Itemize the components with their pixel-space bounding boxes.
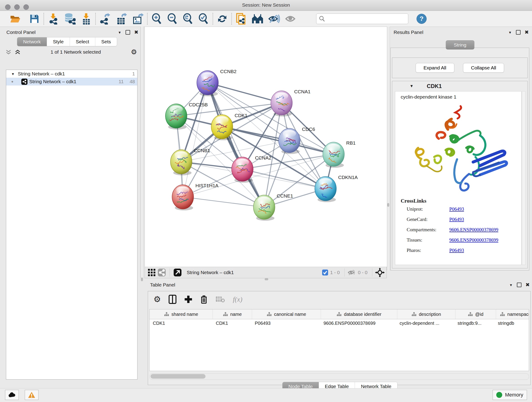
show-all-button[interactable]	[285, 13, 297, 25]
network-overview-icon[interactable]	[157, 267, 167, 279]
column-header-description[interactable]: description	[397, 309, 456, 319]
first-neighbors-button[interactable]	[252, 13, 264, 25]
network-view-toolbar: String Network – cdk1 1 - 0 0 - 0	[145, 267, 387, 278]
export-image-button[interactable]	[132, 13, 144, 25]
table-cell[interactable]: stringdb	[495, 319, 529, 328]
float-panel-icon[interactable]	[517, 283, 521, 287]
close-panel-icon[interactable]: ✖	[526, 282, 530, 288]
grid-view-icon[interactable]	[147, 267, 157, 279]
column-header--id[interactable]: @id	[456, 309, 496, 319]
fit-content-crosshair-icon[interactable]	[375, 268, 385, 277]
table-cell[interactable]: cyclin-dependent ...	[396, 319, 454, 328]
crosslink-link[interactable]: 9606.ENSP00000378699	[449, 227, 498, 233]
left-splitter[interactable]	[140, 27, 144, 278]
zoom-in-button[interactable]	[151, 13, 163, 25]
node-label: HIST1H1A	[196, 183, 218, 188]
open-session-button[interactable]	[9, 13, 21, 25]
network-canvas[interactable]: CCNB2CCNA1CDC25BCDK1CDC6RB1CCNB1CCNA2CDK…	[145, 27, 387, 267]
collection-label: String Network – cdk1	[18, 71, 65, 77]
table-toolbar: ⚙ f(x)	[148, 291, 530, 307]
cloud-status-button[interactable]	[5, 390, 19, 400]
crosslinks-section: CrossLinks Uniprot:P06493GeneCard:P06493…	[401, 198, 521, 253]
float-panel-icon[interactable]	[516, 30, 520, 35]
open-folder-icon	[10, 14, 20, 24]
tab-network[interactable]: Network	[17, 37, 47, 46]
close-panel-icon[interactable]: ✖	[525, 29, 529, 35]
save-session-button[interactable]	[28, 13, 40, 25]
zoom-out-button[interactable]	[166, 13, 178, 25]
collection-expand-icon[interactable]: ▼	[11, 72, 15, 76]
tab-select[interactable]: Select	[70, 37, 95, 46]
tab-string[interactable]: String	[446, 40, 475, 50]
close-panel-icon[interactable]: ✖	[134, 29, 138, 35]
import-network-file-button[interactable]	[47, 13, 59, 25]
horizontal-splitter[interactable]	[145, 278, 387, 281]
cdk1-section-header[interactable]: ▼ CDK1	[392, 81, 527, 91]
network-collection-row[interactable]: ▼ String Network – cdk1 1	[6, 70, 137, 78]
expand-all-icon[interactable]	[15, 49, 21, 55]
table-cell[interactable]: P06493	[252, 319, 320, 328]
table-options-gear-icon[interactable]: ⚙	[153, 295, 161, 303]
table-horizontal-scrollbar[interactable]	[149, 373, 529, 380]
crosslink-link[interactable]: 9606.ENSP00000378699	[449, 237, 498, 243]
column-header-name[interactable]: name	[213, 309, 252, 319]
add-column-icon[interactable]	[184, 295, 192, 303]
panel-menu-icon[interactable]: ▼	[118, 31, 121, 34]
panel-menu-icon[interactable]: ▼	[508, 31, 512, 34]
table-row[interactable]: CDK1CDK1P064939606.ENSP00000378699cyclin…	[150, 319, 529, 328]
zoom-fit-icon	[183, 13, 193, 24]
tab-sets[interactable]: Sets	[95, 37, 117, 46]
network-options-gear-icon[interactable]: ⚙	[131, 49, 137, 56]
export-table-button[interactable]	[115, 13, 127, 25]
tab-style[interactable]: Style	[47, 37, 70, 46]
column-type-icon	[500, 312, 505, 317]
results-panel-title: Results Panel	[394, 30, 423, 35]
column-header-canonical-name[interactable]: canonical name	[252, 309, 321, 319]
string-results-container: Expand All Collapse All ▼ CDK1 cyclin-de…	[390, 48, 529, 270]
crosslink-link[interactable]: P06493	[449, 217, 464, 222]
crosslink-link[interactable]: P06493	[449, 206, 464, 212]
results-scrollbar[interactable]	[522, 91, 526, 265]
export-network-button[interactable]	[99, 13, 111, 25]
cloud-icon	[8, 392, 16, 398]
expand-all-button[interactable]: Expand All	[416, 63, 454, 73]
warning-icon	[28, 392, 35, 398]
crosslink-link[interactable]: P06493	[449, 248, 464, 253]
help-button[interactable]: ?	[417, 14, 427, 24]
search-input[interactable]	[325, 14, 406, 23]
refresh-button[interactable]	[216, 13, 228, 25]
copy-style-button[interactable]	[235, 13, 247, 25]
scrollbar-thumb[interactable]	[151, 374, 206, 379]
collapse-all-icon[interactable]	[6, 49, 12, 55]
float-panel-icon[interactable]	[126, 30, 130, 35]
column-header-label: database identifier	[344, 312, 381, 317]
warnings-button[interactable]	[25, 390, 38, 400]
selected-checkbox-icon[interactable]	[322, 269, 328, 276]
column-header-database-identifier[interactable]: database identifier	[321, 309, 397, 319]
show-columns-icon[interactable]	[169, 295, 177, 304]
column-header-namespace[interactable]: namespace	[496, 309, 529, 319]
table-cell[interactable]: 9606.ENSP00000378699	[320, 319, 396, 328]
crosslink-row: GeneCard:P06493	[407, 217, 521, 222]
memory-label: Memory	[505, 392, 523, 398]
import-table-file-button[interactable]	[80, 13, 92, 25]
memory-button[interactable]: Memory	[493, 390, 527, 400]
table-cell[interactable]: stringdb:9...	[454, 319, 495, 328]
hide-selected-button[interactable]	[268, 13, 280, 25]
section-collapse-icon[interactable]: ▼	[410, 84, 413, 89]
node-label: CCNA1	[294, 89, 310, 94]
column-header-shared-name[interactable]: shared name	[150, 309, 213, 319]
delete-column-trash-icon[interactable]	[200, 295, 208, 304]
table-cell[interactable]: CDK1	[213, 319, 252, 328]
zoom-selected-button[interactable]	[197, 13, 209, 25]
detach-view-icon[interactable]	[172, 267, 183, 279]
zoom-fit-button[interactable]	[182, 13, 194, 25]
table-cell[interactable]: CDK1	[150, 319, 213, 328]
column-header-label: namespace	[507, 312, 529, 317]
collapse-all-button[interactable]: Collapse All	[463, 63, 504, 73]
node-table[interactable]: shared namenamecanonical namedatabase id…	[149, 309, 529, 371]
network-row[interactable]: ● String Network – cdk1 11 48	[6, 78, 137, 85]
panel-menu-icon[interactable]: ▼	[509, 283, 513, 287]
import-network-database-button[interactable]	[64, 13, 76, 25]
column-type-icon	[336, 312, 342, 317]
